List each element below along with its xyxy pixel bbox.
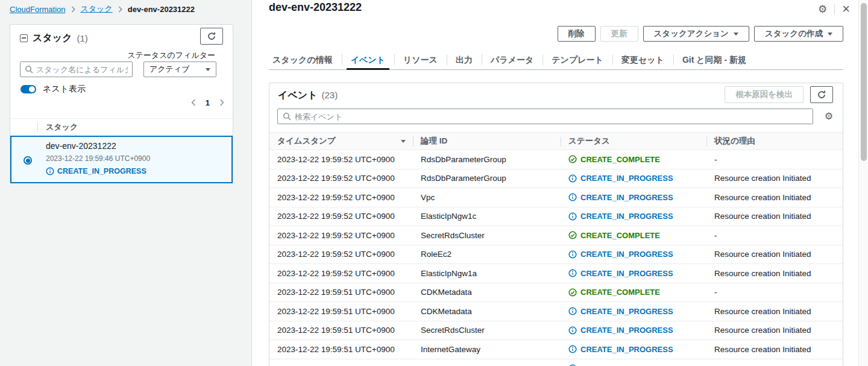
tab-7[interactable]: Git と同期 - 新規 — [673, 51, 755, 69]
tab-5[interactable]: テンプレート — [542, 51, 612, 69]
detect-root-cause-button[interactable]: 根本原因を検出 — [725, 86, 804, 103]
event-logical-id: RdsDbParameterGroup — [413, 174, 561, 183]
tab-2[interactable]: リソース — [394, 51, 447, 69]
stacks-sidebar: CloudFormation スタック dev-env-20231222 スタッ… — [0, 0, 252, 366]
column-header-timestamp[interactable]: タイムスタンプ — [269, 133, 413, 150]
info-circle-icon — [46, 167, 54, 175]
event-status-label: CREATE_IN_PROGRESS — [580, 212, 673, 221]
cloudformation-console: CloudFormation スタック dev-env-20231222 スタッ… — [0, 0, 868, 366]
column-label: 論理 ID — [421, 136, 447, 147]
event-status-reason: Resource creation Initiated — [706, 345, 843, 354]
event-logical-id: ElasticIpNgw1a — [413, 269, 561, 278]
events-search-input[interactable] — [295, 112, 808, 121]
event-timestamp: 2023-12-22 19:59:52 UTC+0900 — [269, 250, 413, 259]
event-logical-id: SecretRdsCluster — [413, 231, 561, 240]
breadcrumb-cloudformation-link[interactable]: CloudFormation — [10, 5, 66, 14]
info-circle-icon — [568, 345, 577, 353]
breadcrumb-current: dev-env-20231222 — [128, 5, 195, 14]
tab-6[interactable]: 変更セット — [612, 51, 673, 69]
event-logical-id: SecretRdsCluster — [413, 326, 561, 335]
event-status-label: CREATE_COMPLETE — [580, 288, 660, 297]
stack-name: dev-env-20231222 — [46, 141, 116, 151]
refresh-icon — [817, 90, 826, 99]
event-timestamp: 2023-12-22 19:59:51 UTC+0900 — [269, 345, 413, 354]
info-circle-icon — [568, 174, 577, 183]
next-page-button[interactable] — [218, 98, 225, 107]
event-row: 2023-12-22 19:59:52 UTC+0900 ElasticIpNg… — [269, 207, 843, 227]
event-row: 2023-12-22 19:59:51 UTC+0900 SecretRdsCl… — [269, 321, 843, 341]
event-status: CREATE_IN_PROGRESS — [561, 345, 706, 354]
refresh-events-button[interactable] — [810, 86, 833, 103]
nested-view-toggle[interactable] — [20, 85, 36, 93]
page-number[interactable]: 1 — [206, 98, 210, 107]
event-timestamp: 2023-12-22 19:59:51 UTC+0900 — [269, 307, 413, 316]
sort-descending-icon — [401, 140, 406, 143]
event-status-label: CREATE_IN_PROGRESS — [580, 174, 673, 183]
event-row: 2023-12-22 19:59:51 UTC+0900 CDKMetadata… — [269, 283, 843, 303]
stacks-panel-count: (1) — [77, 33, 88, 43]
events-search[interactable] — [277, 109, 813, 124]
breadcrumb-stacks-link[interactable]: スタック — [81, 4, 113, 14]
event-status-reason: - — [706, 155, 843, 164]
search-icon — [25, 65, 33, 74]
tab-4[interactable]: パラメータ — [482, 51, 542, 69]
event-status-label: CREATE_IN_PROGRESS — [580, 250, 673, 259]
status-filter-dropdown[interactable]: アクティブ — [143, 62, 216, 77]
event-rows: 2023-12-22 19:59:52 UTC+0900 RdsDbParame… — [269, 150, 843, 366]
tab-0[interactable]: スタックの情報 — [269, 51, 342, 69]
event-row: 2023-12-22 19:59:52 UTC+0900 RdsDbParame… — [269, 169, 843, 189]
vertical-scrollbar — [858, 0, 868, 366]
divider — [834, 4, 835, 14]
tab-active[interactable]: イベント — [342, 51, 394, 69]
events-title: イベント — [278, 89, 318, 102]
event-row — [269, 359, 843, 366]
column-header-status-reason: 状況の理由 — [706, 133, 843, 150]
event-timestamp: 2023-12-22 19:59:52 UTC+0900 — [269, 212, 413, 221]
stacks-panel: スタック (1) ステータスのフィルター アクティブ — [10, 24, 233, 183]
stack-actions-toolbar: 削除 更新 スタックアクション スタックの作成 — [558, 26, 843, 42]
stack-detail-panel: dev-env-20231222 ⚙ × 削除 更新 スタックアクション スタッ… — [252, 0, 858, 366]
pagination: 1 — [190, 98, 225, 107]
search-icon — [283, 112, 291, 121]
stack-list-header: スタック — [10, 118, 233, 136]
update-button[interactable]: 更新 — [600, 26, 638, 42]
event-row: 2023-12-22 19:59:51 UTC+0900 InternetGat… — [269, 340, 843, 359]
event-status-label: CREATE_COMPLETE — [580, 231, 660, 240]
tab-3[interactable]: 出力 — [447, 51, 482, 69]
event-logical-id: Vpc — [413, 193, 561, 202]
column-divider — [37, 123, 38, 132]
event-status-reason: Resource creation Initiated — [706, 174, 843, 183]
stack-actions-dropdown-button[interactable]: スタックアクション — [643, 26, 749, 42]
event-status-label: CREATE_IN_PROGRESS — [580, 307, 673, 316]
stack-list-item-selected[interactable]: dev-env-20231222 2023-12-22 19:59:46 UTC… — [10, 136, 233, 183]
event-status-label: CREATE_IN_PROGRESS — [580, 326, 673, 335]
previous-page-button[interactable] — [190, 98, 197, 107]
event-logical-id: ElasticIpNgw1c — [413, 212, 561, 221]
create-stack-label: スタックの作成 — [765, 28, 823, 39]
event-status: CREATE_IN_PROGRESS — [561, 174, 706, 183]
stack-column-header: スタック — [46, 122, 78, 133]
column-header-logical-id: 論理 ID — [413, 133, 561, 150]
preferences-gear-icon[interactable]: ⚙ — [818, 4, 827, 14]
event-row: 2023-12-22 19:59:52 UTC+0900 SecretRdsCl… — [269, 226, 843, 245]
stack-filter-input[interactable] — [36, 65, 128, 74]
status-filter-label: ステータスのフィルター — [127, 50, 215, 61]
event-logical-id: CDKMetadata — [413, 288, 561, 297]
stack-filter-search[interactable] — [20, 62, 133, 77]
table-settings-gear-icon[interactable]: ⚙ — [825, 112, 833, 121]
delete-button[interactable]: 削除 — [558, 26, 596, 42]
event-status-reason: Resource creation Initiated — [706, 307, 843, 316]
event-status: CREATE_IN_PROGRESS — [561, 326, 706, 335]
stack-radio-selected[interactable] — [24, 156, 32, 165]
event-timestamp: 2023-12-22 19:59:51 UTC+0900 — [269, 326, 413, 335]
stack-status: CREATE_IN_PROGRESS — [46, 167, 146, 175]
scrollbar-thumb[interactable] — [861, 3, 867, 161]
event-status: CREATE_IN_PROGRESS — [561, 212, 706, 221]
create-stack-dropdown-button[interactable]: スタックの作成 — [754, 26, 843, 42]
check-circle-icon — [568, 288, 577, 297]
refresh-stacks-button[interactable] — [200, 28, 223, 45]
collapse-panel-icon[interactable] — [20, 34, 28, 42]
close-icon[interactable]: × — [842, 2, 850, 16]
event-status: CREATE_COMPLETE — [561, 288, 706, 297]
tabs: スタックの情報イベントリソース出力パラメータテンプレート変更セットGit と同期… — [269, 51, 843, 70]
